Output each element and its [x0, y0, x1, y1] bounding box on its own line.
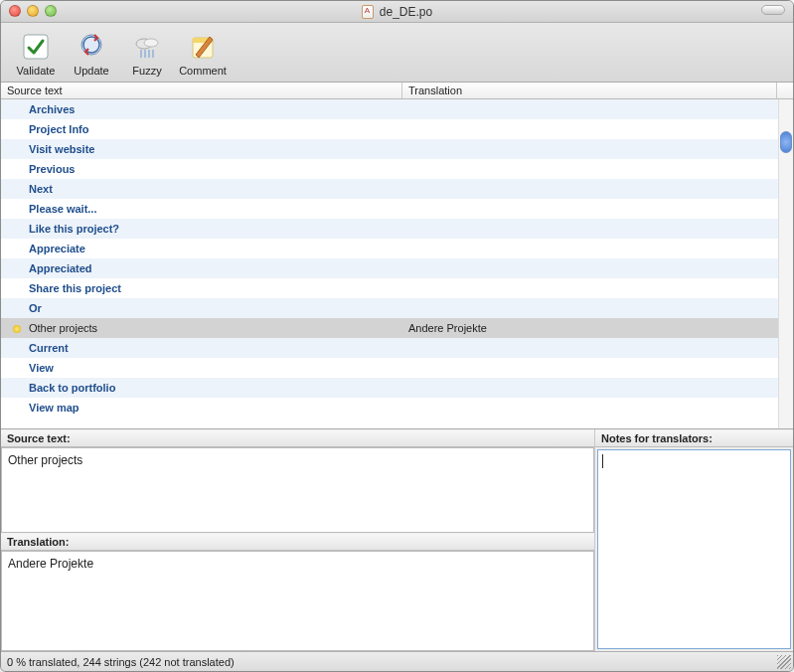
fuzzy-icon — [131, 31, 163, 63]
fuzzy-button[interactable]: Fuzzy — [120, 31, 174, 77]
svg-point-3 — [144, 39, 158, 47]
cell-source: Previous — [1, 163, 402, 175]
minimize-button[interactable] — [27, 5, 39, 17]
titlebar[interactable]: de_DE.po — [1, 1, 793, 23]
header-translation[interactable]: Translation — [402, 83, 777, 98]
toolbar-toggle-pill[interactable] — [761, 5, 785, 15]
toolbar: Validate Update Fuzzy Comment — [1, 23, 793, 83]
header-source[interactable]: Source text — [1, 83, 402, 98]
cell-source: Visit website — [1, 143, 402, 155]
source-text-label: Source text: — [1, 429, 594, 447]
table-row[interactable]: Visit website — [1, 139, 778, 159]
update-button[interactable]: Update — [65, 31, 118, 77]
cell-source: Archives — [1, 103, 402, 115]
update-label: Update — [74, 65, 108, 77]
window-title-text: de_DE.po — [380, 5, 432, 19]
zoom-button[interactable] — [45, 5, 57, 17]
statusbar: 0 % translated, 244 strings (242 not tra… — [1, 651, 793, 671]
file-icon — [362, 5, 374, 19]
table-row[interactable]: Or — [1, 298, 778, 318]
table-row[interactable]: Next — [1, 179, 778, 199]
cell-source: Appreciated — [1, 262, 402, 274]
source-text-box[interactable]: Other projects — [1, 447, 594, 533]
resize-grip[interactable] — [777, 655, 791, 669]
table-row[interactable]: Back to portfolio — [1, 378, 778, 398]
app-window: de_DE.po Validate Update Fuzzy C — [0, 0, 794, 672]
table-row[interactable]: Archives — [1, 99, 778, 119]
cell-source: Share this project — [1, 282, 402, 294]
comment-label: Comment — [179, 65, 227, 77]
table-row[interactable]: Please wait... — [1, 199, 778, 219]
editor-left: Source text: Other projects Translation:… — [1, 429, 594, 651]
comment-icon — [187, 31, 219, 63]
notes-box[interactable] — [597, 449, 791, 649]
table-row[interactable]: Appreciated — [1, 258, 778, 278]
validate-icon — [20, 31, 52, 63]
table-row[interactable]: Other projectsAndere Projekte — [1, 318, 778, 338]
cell-source: Appreciate — [1, 243, 402, 254]
header-scroll-corner — [777, 83, 793, 98]
editor-right: Notes for translators: — [594, 429, 793, 651]
status-text: 0 % translated, 244 strings (242 not tra… — [7, 656, 235, 668]
cell-source: View map — [1, 402, 402, 414]
table-row[interactable]: Previous — [1, 159, 778, 179]
translation-label: Translation: — [1, 533, 594, 551]
vertical-scrollbar[interactable] — [778, 99, 793, 428]
comment-button[interactable]: Comment — [176, 31, 230, 77]
traffic-lights — [9, 5, 57, 17]
cell-source: Next — [1, 183, 402, 195]
editor-panels: Source text: Other projects Translation:… — [1, 428, 793, 651]
table-row[interactable]: Like this project? — [1, 219, 778, 239]
close-button[interactable] — [9, 5, 21, 17]
update-icon — [76, 31, 107, 63]
fuzzy-label: Fuzzy — [132, 65, 161, 77]
cell-source: Project Info — [1, 123, 402, 135]
cell-source: Or — [1, 302, 402, 314]
cell-translation: Andere Projekte — [402, 322, 778, 334]
translation-box[interactable]: Andere Projekte — [1, 551, 594, 651]
cell-source: Back to portfolio — [1, 382, 402, 394]
table-body[interactable]: ArchivesProject InfoVisit websitePreviou… — [1, 99, 778, 428]
cell-source: Like this project? — [1, 223, 402, 235]
cell-source: Current — [1, 342, 402, 354]
table-row[interactable]: Share this project — [1, 278, 778, 298]
table-row[interactable]: Current — [1, 338, 778, 358]
table-row[interactable]: View — [1, 358, 778, 378]
table-headers: Source text Translation — [1, 83, 793, 99]
validate-label: Validate — [17, 65, 56, 77]
table-row[interactable]: Appreciate — [1, 239, 778, 258]
scroll-thumb[interactable] — [780, 131, 792, 153]
table-area: ArchivesProject InfoVisit websitePreviou… — [1, 99, 793, 428]
validate-button[interactable]: Validate — [9, 31, 63, 77]
svg-rect-0 — [24, 35, 48, 59]
table-row[interactable]: Project Info — [1, 119, 778, 139]
cell-source: Please wait... — [1, 203, 402, 215]
fuzzy-indicator-icon — [13, 325, 21, 333]
notes-label: Notes for translators: — [595, 429, 793, 447]
window-title: de_DE.po — [362, 5, 432, 19]
cell-source: View — [1, 362, 402, 374]
cell-source: Other projects — [1, 322, 402, 334]
table-row[interactable]: View map — [1, 398, 778, 418]
